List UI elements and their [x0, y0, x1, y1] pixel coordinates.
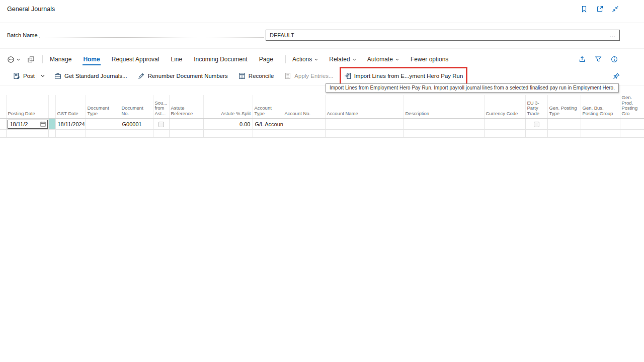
menu-dropdown-actions[interactable]: Actions	[292, 56, 318, 63]
col-description[interactable]: Description	[404, 95, 484, 119]
menu-item-page[interactable]: Page	[259, 53, 274, 65]
empty-cell[interactable]	[6, 130, 48, 138]
page-title: General Journals	[7, 6, 55, 13]
col-eu-3party-trade[interactable]: EU 3-Party Trade	[525, 95, 547, 119]
menu-item-manage[interactable]: Manage	[49, 53, 72, 65]
empty-cell[interactable]	[120, 130, 153, 138]
gst-date-cell[interactable]: 18/11/2024	[55, 119, 86, 130]
empty-cell[interactable]	[525, 130, 547, 138]
posting-date-cell[interactable]: 18/11/2	[6, 119, 48, 130]
col-account-name[interactable]: Account Name	[325, 95, 404, 119]
description-cell[interactable]	[404, 119, 484, 130]
currency-code-cell[interactable]	[484, 119, 525, 130]
col-gst-date[interactable]: GST Date	[55, 95, 86, 119]
calendar-icon[interactable]	[40, 121, 46, 127]
row-selector-cell[interactable]	[0, 119, 6, 130]
bookmark-icon[interactable]	[580, 5, 589, 14]
batch-divider	[0, 48, 644, 49]
empty-cell[interactable]	[86, 130, 120, 138]
renumber-document-numbers-button[interactable]: Renumber Document Numbers	[137, 70, 229, 81]
source-from-astute-checkbox[interactable]	[158, 122, 164, 127]
document-type-cell[interactable]	[86, 119, 120, 130]
gen-prod-posting-group-cell[interactable]	[620, 119, 644, 130]
account-name-cell[interactable]	[325, 119, 404, 130]
col-currency-code[interactable]: Currency Code	[484, 95, 525, 119]
col-posting-date[interactable]: Posting Date	[6, 95, 48, 119]
source-from-astute-cell[interactable]	[153, 119, 169, 130]
astute-pct-split-cell[interactable]: 0.00	[203, 119, 253, 130]
chevron-down-icon	[352, 57, 357, 62]
empty-cell[interactable]	[169, 130, 203, 138]
pages-icon[interactable]	[27, 56, 35, 63]
chevron-down-icon	[16, 57, 21, 62]
import-lines-from-employment-hero-button[interactable]: Import Lines from E...yment Hero Pay Run	[343, 70, 464, 81]
batch-name-label: Batch Name	[7, 32, 38, 38]
get-standard-journals-button[interactable]: Get Standard Journals...	[53, 70, 128, 81]
col-astute-reference[interactable]: Astute Reference	[169, 95, 203, 119]
col-document-type[interactable]: Document Type	[86, 95, 120, 119]
gen-bus-posting-group-cell[interactable]	[581, 119, 620, 130]
empty-cell[interactable]	[484, 130, 525, 138]
titlebar-icons	[580, 5, 620, 14]
menu-item-fewer-options[interactable]: Fewer options	[410, 53, 449, 65]
empty-cell[interactable]	[620, 130, 644, 138]
empty-cell[interactable]	[253, 130, 283, 138]
batch-name-input[interactable]: DEFAULT ...	[266, 30, 620, 41]
reconcile-icon	[238, 72, 246, 79]
menu-item-line[interactable]: Line	[170, 53, 183, 65]
batch-lookup-button[interactable]: ...	[610, 32, 616, 38]
menu-item-home[interactable]: Home	[83, 53, 100, 65]
empty-cell[interactable]	[581, 130, 620, 138]
post-split-divider	[37, 72, 37, 80]
account-no-cell[interactable]	[283, 119, 325, 130]
account-type-cell[interactable]: G/L Account	[253, 119, 283, 130]
col-source-from-astute[interactable]: Sou... from Ast...	[153, 95, 169, 119]
col-gen-prod-posting-group[interactable]: Gen. Prod. Posting Gro	[620, 95, 644, 119]
filter-icon[interactable]	[594, 55, 603, 64]
gen-posting-type-cell[interactable]	[547, 119, 581, 130]
empty-cell[interactable]	[547, 130, 581, 138]
journal-line-row: 18/11/2 18/11/2024 G00001 0.00 G/L Accou…	[0, 119, 644, 130]
menu-item-request-approval[interactable]: Request Approval	[111, 53, 160, 65]
row-selector-header	[0, 95, 6, 119]
context-circle-icon[interactable]	[7, 56, 21, 63]
menu-item-incoming-document[interactable]: Incoming Document	[193, 53, 248, 65]
menu-dropdown-related[interactable]: Related	[329, 56, 356, 63]
info-icon[interactable]	[610, 55, 619, 64]
empty-cell[interactable]	[404, 130, 484, 138]
empty-cell[interactable]	[55, 130, 86, 138]
menu-right-icons	[578, 55, 619, 64]
open-in-new-window-icon[interactable]	[595, 5, 604, 14]
collapse-icon[interactable]	[611, 5, 620, 14]
reconcile-button[interactable]: Reconcile	[237, 70, 275, 81]
col-gen-bus-posting-group[interactable]: Gen. Bus. Posting Group	[581, 95, 620, 119]
col-account-type[interactable]: Account Type	[253, 95, 283, 119]
empty-cell[interactable]	[203, 130, 253, 138]
col-gen-posting-type[interactable]: Gen. Posting Type	[547, 95, 581, 119]
chevron-down-icon	[395, 57, 399, 62]
menu-separator	[42, 55, 43, 63]
posting-date-input[interactable]: 18/11/2	[8, 120, 48, 129]
empty-cell[interactable]	[153, 130, 169, 138]
empty-cell[interactable]	[48, 130, 55, 138]
post-button[interactable]: Post	[12, 70, 36, 81]
col-astute-pct-split[interactable]: Astute % Split	[203, 95, 253, 119]
pin-icon[interactable]	[613, 72, 620, 79]
astute-reference-cell[interactable]	[169, 119, 203, 130]
header-row: Posting Date GST Date Document Type Docu…	[0, 95, 644, 119]
dotted-leader	[39, 32, 264, 38]
empty-cell[interactable]	[283, 130, 325, 138]
share-icon[interactable]	[578, 55, 587, 64]
col-document-no[interactable]: Document No.	[120, 95, 153, 119]
selected-cell-indicator[interactable]	[48, 119, 55, 130]
eu-3party-trade-checkbox[interactable]	[534, 122, 539, 127]
col-account-no[interactable]: Account No.	[283, 95, 325, 119]
menu-bar: Manage Home Request Approval Line Incomi…	[0, 52, 644, 66]
empty-cell[interactable]	[325, 130, 404, 138]
post-dropdown-button[interactable]	[40, 73, 45, 78]
eu-3party-trade-cell[interactable]	[525, 119, 547, 130]
chevron-down-icon	[314, 57, 318, 62]
empty-cell[interactable]	[0, 130, 6, 138]
document-no-cell[interactable]: G00001	[120, 119, 153, 130]
menu-dropdown-automate[interactable]: Automate	[367, 56, 399, 63]
